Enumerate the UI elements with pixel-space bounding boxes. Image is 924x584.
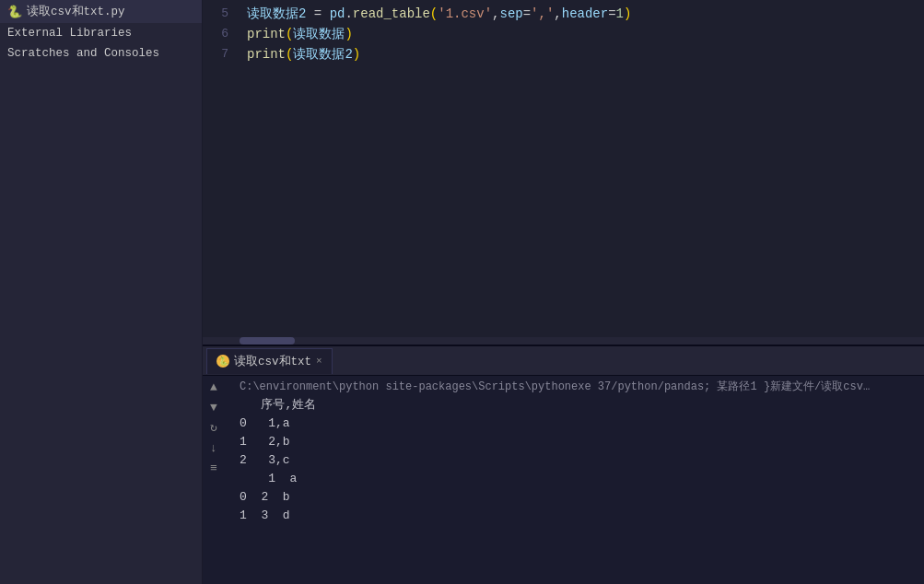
code-lines: 5读取数据2 = pd.read_table('1.csv',sep=',',h… (203, 0, 924, 68)
editor-scrollbar[interactable] (203, 337, 924, 345)
sidebar-item-external-libraries[interactable]: External Libraries (0, 23, 202, 43)
console-wrapper: ▲ ▼ ↻ ↓ ≡ C:\environment\python site-pac… (203, 376, 924, 584)
download-button[interactable]: ↓ (206, 440, 221, 455)
console-tab[interactable]: 🐍 读取csv和txt × (206, 348, 333, 374)
python-file-icon: 🐍 (7, 5, 22, 19)
console-output-lines: 序号,姓名0 1,a1 2,b2 3,c 1 a0 2 b1 3 d (230, 396, 918, 525)
sidebar-file-label: 读取csv和txt.py (27, 4, 125, 19)
console-output-line: 1 3 d (230, 507, 918, 525)
line-content: 读取数据2 = pd.read_table('1.csv',sep=',',he… (240, 4, 924, 24)
code-editor[interactable]: 5读取数据2 = pd.read_table('1.csv',sep=',',h… (203, 0, 924, 345)
scrollbar-thumb[interactable] (240, 337, 295, 345)
console-tab-close[interactable]: × (316, 356, 322, 367)
sidebar-scratches-label: Scratches and Consoles (7, 47, 159, 60)
editor-area: 5读取数据2 = pd.read_table('1.csv',sep=',',h… (203, 0, 924, 584)
code-line: 6print(读取数据) (203, 24, 924, 44)
console-panel: 🐍 读取csv和txt × ▲ ▼ ↻ ↓ ≡ C:\environment\p… (203, 345, 924, 584)
console-output-line: 0 1,a (230, 415, 918, 433)
rerun-button[interactable]: ↻ (206, 420, 221, 435)
console-tab-label: 读取csv和txt (234, 354, 311, 369)
console-output-line: 序号,姓名 (230, 396, 918, 415)
sidebar-item-scratches[interactable]: Scratches and Consoles (0, 43, 202, 64)
console-output-line: 2 3,c (230, 451, 918, 470)
console-output: C:\environment\python site-packages\Scri… (225, 376, 924, 584)
console-path-line: C:\environment\python site-packages\Scri… (230, 378, 918, 396)
console-output-line: 1 a (230, 470, 918, 488)
line-number: 5 (203, 4, 240, 24)
line-content: print(读取数据) (240, 24, 924, 44)
line-number: 6 (203, 24, 240, 44)
scroll-up-button[interactable]: ▲ (206, 380, 221, 394)
code-line: 5读取数据2 = pd.read_table('1.csv',sep=',',h… (203, 4, 924, 24)
code-line: 7print(读取数据2) (203, 44, 924, 64)
sidebar-item-file[interactable]: 🐍 读取csv和txt.py (0, 0, 202, 23)
menu-button[interactable]: ≡ (206, 461, 221, 475)
tab-python-icon: 🐍 (216, 355, 229, 368)
console-output-line: 1 2,b (230, 433, 918, 451)
line-number: 7 (203, 44, 240, 64)
main-layout: 🐍 读取csv和txt.py External Libraries Scratc… (0, 0, 924, 584)
console-tab-bar: 🐍 读取csv和txt × (203, 346, 924, 376)
sidebar-external-label: External Libraries (7, 27, 132, 40)
console-output-line: 0 2 b (230, 488, 918, 507)
project-sidebar: 🐍 读取csv和txt.py External Libraries Scratc… (0, 0, 203, 584)
console-controls: ▲ ▼ ↻ ↓ ≡ (203, 376, 225, 584)
scroll-down-button[interactable]: ▼ (206, 400, 221, 415)
line-content: print(读取数据2) (240, 44, 924, 64)
